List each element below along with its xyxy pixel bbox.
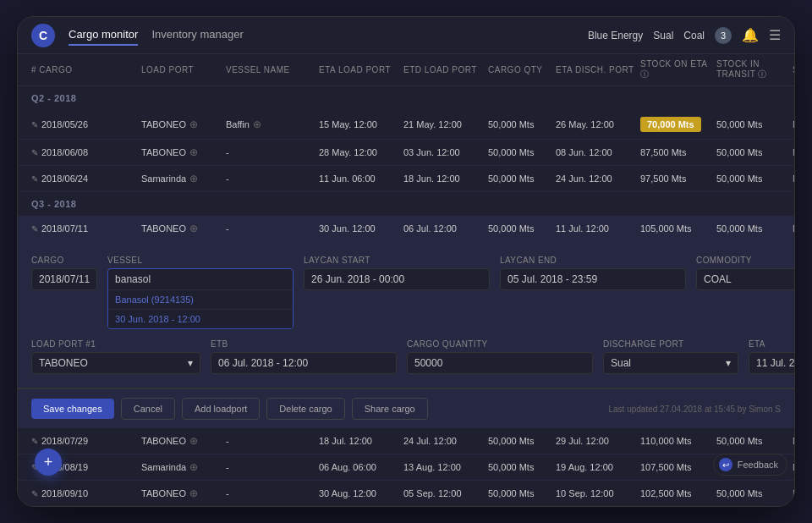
td-stock-transit: 50,000 Mts	[716, 173, 793, 184]
laycan-end-value[interactable]: 05 Jul. 2018 - 23:59	[500, 268, 686, 290]
td-etd-load: 03 Jun. 12:00	[403, 147, 488, 157]
td-qty: 50,000 Mts	[488, 462, 556, 472]
td-eta-load: 15 May. 12:00	[319, 119, 403, 129]
chevron-down-icon: ▾	[188, 357, 193, 369]
edit-icon: ✎	[31, 489, 38, 498]
feedback-button[interactable]: ↩ Feedback	[713, 454, 787, 476]
load-port-select[interactable]: TABONEO ▾	[31, 352, 200, 374]
table-container: # Cargo Load port Vessel name ETA Load p…	[18, 54, 794, 506]
menu-icon[interactable]: ☰	[769, 27, 781, 43]
td-eta-disch: 26 May. 12:00	[556, 119, 640, 129]
location-icon: ⊕	[189, 435, 198, 447]
edit-icon: ✎	[31, 174, 38, 184]
nav-right: Blue Energy Sual Coal 3 🔔 ☰	[588, 27, 781, 44]
cargo-label: Cargo	[31, 256, 97, 265]
td-vessel: -	[226, 436, 319, 446]
etb-value[interactable]: 06 Jul. 2018 - 12:00	[211, 352, 397, 374]
notification-badge: 3	[715, 27, 732, 44]
table-row[interactable]: ✎ 2018/07/29 TABONEO ⊕ - 18 Jul. 12:00 2…	[18, 428, 794, 454]
th-cargo-qty: Cargo qty	[488, 59, 556, 80]
discharge-label: Discharge port	[603, 339, 738, 349]
td-eta-load: 28 May. 12:00	[319, 147, 403, 157]
company-name: Blue Energy	[588, 30, 643, 41]
td-eta-disch: 08 Jun. 12:00	[556, 147, 640, 157]
vessel-input[interactable]	[108, 269, 293, 289]
table-row[interactable]: ✎ 2018/09/10 TABONEO ⊕ - 30 Aug. 12:00 0…	[18, 481, 794, 506]
td-status: Not loaded	[793, 119, 794, 129]
td-eta-disch: 24 Jun. 12:00	[556, 173, 640, 184]
nav-cargo-monitor[interactable]: Cargo monitor	[69, 25, 138, 46]
feedback-icon: ↩	[719, 458, 732, 471]
add-loadport-button[interactable]: Add loadport	[182, 398, 260, 420]
eta-label: ETA	[749, 339, 794, 349]
eta-value[interactable]: 11 Jul. 2018 - 12:00	[749, 352, 794, 374]
td-load-port: TABONEO ⊕	[141, 223, 226, 234]
th-vessel: Vessel name	[226, 59, 319, 80]
etb-label: ETB	[211, 339, 397, 349]
location-icon: ⊕	[189, 223, 198, 234]
location-icon: ⊕	[189, 461, 198, 473]
expanded-panel: Cargo 2018/07/11 Vessel Banasol (9214135…	[18, 242, 794, 388]
td-etd-load: 24 Jul. 12:00	[403, 436, 488, 446]
form-cargo: Cargo 2018/07/11	[31, 256, 97, 329]
td-vessel: -	[226, 223, 319, 234]
form-cargo-qty: Cargo quantity 50000	[407, 339, 593, 374]
td-load-port: TABONEO ⊕	[141, 146, 226, 158]
delete-cargo-button[interactable]: Delete cargo	[266, 398, 344, 420]
edit-icon: ✎	[31, 148, 38, 157]
cargo-qty-value[interactable]: 50000	[407, 352, 593, 374]
table-row[interactable]: ✎ 2018/05/26 TABONEO ⊕ Baffin ⊕ 15 May. …	[18, 110, 794, 140]
fab-add-button[interactable]: +	[35, 449, 62, 476]
th-eta-disch: ETA Disch. port	[556, 59, 640, 80]
table-header: # Cargo Load port Vessel name ETA Load p…	[18, 54, 794, 86]
td-load-port: TABONEO ⊕	[141, 118, 226, 130]
discharge-select[interactable]: Sual ▾	[603, 352, 738, 374]
form-commodity: Commodity COAL	[696, 256, 794, 329]
td-stock-eta: 97,500 Mts	[640, 173, 716, 184]
td-load-port: TABONEO ⊕	[141, 435, 226, 447]
vessel-label: Vessel	[107, 256, 294, 265]
cancel-button[interactable]: Cancel	[121, 398, 175, 420]
cargo-value: 2018/07/11	[31, 268, 97, 290]
th-cargo: # Cargo	[31, 59, 141, 80]
vessel-option[interactable]: Banasol (9214135)	[108, 289, 293, 309]
group-q3: Q3 - 2018	[18, 192, 794, 216]
td-etd-load: 05 Sep. 12:00	[403, 488, 488, 498]
nav-inventory-manager[interactable]: Inventory manager	[151, 25, 243, 46]
td-eta-load: 11 Jun. 06:00	[319, 173, 403, 184]
anchor-icon: ⊕	[253, 118, 261, 130]
th-stock-transit: Stock in transit ⓘ	[716, 59, 793, 80]
td-stock-transit: 50,000 Mts	[716, 436, 793, 446]
notification-icon[interactable]: 🔔	[742, 27, 759, 43]
td-etd-load: 18 Jun. 12:00	[403, 173, 488, 184]
th-status: Status	[793, 59, 794, 80]
td-stock-eta: 102,500 Mts	[640, 488, 716, 498]
td-cargo: ✎ 2018/07/11	[31, 223, 141, 234]
td-etd-load: 21 May. 12:00	[403, 119, 488, 129]
vessel-dropdown[interactable]: Banasol (9214135) 30 Jun. 2018 - 12:00	[107, 268, 294, 329]
option-coal[interactable]: Coal	[683, 30, 705, 41]
form-laycan-end: Laycan end 05 Jul. 2018 - 23:59	[500, 256, 686, 329]
edit-icon: ✎	[31, 437, 38, 446]
table-row[interactable]: ✎ 2018/08/19 Samarinda ⊕ - 06 Aug. 06:00…	[18, 454, 794, 481]
td-cargo: ✎ 2018/07/29	[31, 436, 141, 446]
td-qty: 50,000 Mts	[488, 223, 556, 234]
commodity-value: COAL	[696, 268, 794, 290]
td-eta-load: 18 Jul. 12:00	[319, 436, 403, 446]
last-updated-text: Last updated 27.04.2018 at 15:45 by Simo…	[609, 405, 782, 414]
logo-icon: C	[31, 24, 55, 47]
td-vessel: -	[226, 488, 319, 498]
table-row-expanded[interactable]: ✎ 2018/07/11 TABONEO ⊕ - 30 Jun. 12:00 0…	[18, 216, 794, 242]
table-row[interactable]: ✎ 2018/06/08 TABONEO ⊕ - 28 May. 12:00 0…	[18, 140, 794, 166]
td-stock-eta: 110,000 Mts	[640, 436, 716, 446]
table-row[interactable]: ✎ 2018/06/24 Samarinda ⊕ - 11 Jun. 06:00…	[18, 166, 794, 192]
share-cargo-button[interactable]: Share cargo	[352, 398, 428, 420]
td-stock-transit: 50,000 Mts	[716, 223, 793, 234]
location-icon: ⊕	[189, 146, 198, 158]
laycan-start-value[interactable]: 26 Jun. 2018 - 00:00	[304, 268, 490, 290]
form-discharge: Discharge port Sual ▾	[603, 339, 738, 374]
chevron-down-icon: ▾	[726, 357, 731, 369]
load-port-label: Load port #1	[31, 339, 200, 349]
option-sual[interactable]: Sual	[653, 30, 673, 41]
save-button[interactable]: Save changes	[31, 399, 114, 419]
